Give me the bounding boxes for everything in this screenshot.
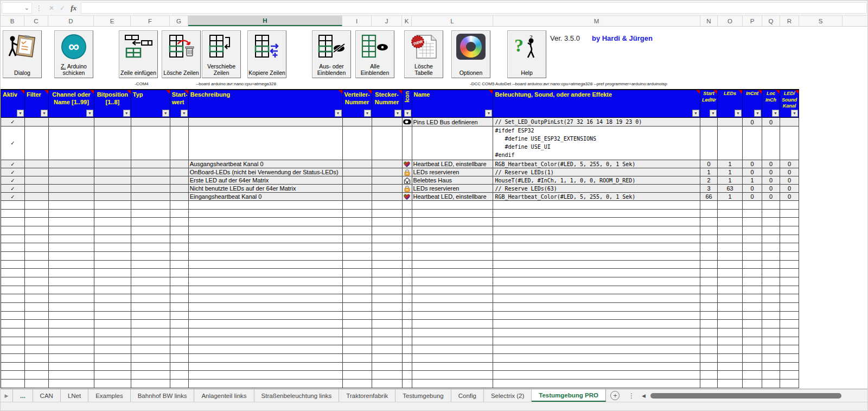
empty-cell-typ[interactable] — [131, 328, 170, 337]
empty-cell-locinch[interactable] — [762, 277, 780, 286]
empty-cell-effekte[interactable] — [493, 371, 700, 380]
sheet-tab-anlagenteil-links[interactable]: Anlagenteil links — [194, 389, 254, 402]
cell-aktiv[interactable]: ✓ — [1, 193, 25, 201]
empty-cell-leds[interactable] — [718, 218, 743, 226]
empty-cell-filter[interactable] — [25, 226, 49, 235]
filter-button[interactable]: ▼ — [791, 110, 798, 117]
filter-button[interactable]: ▼ — [364, 110, 371, 117]
empty-cell-incnt[interactable] — [743, 210, 762, 218]
cell-leds[interactable]: 1 — [718, 193, 743, 201]
empty-cell-filter[interactable] — [25, 320, 49, 328]
empty-cell-beschreibung[interactable] — [189, 380, 343, 388]
cell-startwert[interactable] — [170, 193, 189, 201]
column-header-I[interactable]: I — [342, 16, 372, 26]
horizontal-scrollbar[interactable]: ◀ — [642, 389, 864, 402]
empty-cell-incnt[interactable] — [743, 261, 762, 269]
empty-cell-leds[interactable] — [718, 243, 743, 252]
cell-kanal[interactable]: 0 — [780, 176, 799, 185]
cell-startwert[interactable] — [170, 185, 189, 193]
empty-cell-startled[interactable] — [700, 320, 718, 328]
empty-cell-name[interactable] — [412, 354, 494, 363]
empty-cell-incnt[interactable] — [743, 235, 762, 244]
empty-cell-filter[interactable] — [25, 294, 49, 303]
empty-cell-icon[interactable] — [403, 371, 412, 380]
empty-cell-channel[interactable] — [49, 261, 94, 269]
cell-filter[interactable] — [25, 185, 49, 193]
insert-row-button[interactable]: Zeile einfügen — [119, 30, 158, 78]
empty-cell-name[interactable] — [412, 337, 494, 346]
empty-cell-bitposition[interactable] — [94, 243, 131, 252]
empty-cell-bitposition[interactable] — [94, 235, 131, 244]
empty-cell-channel[interactable] — [49, 218, 94, 226]
empty-cell-beschreibung[interactable] — [189, 328, 343, 337]
empty-cell-incnt[interactable] — [743, 226, 762, 235]
empty-cell-incnt[interactable] — [743, 380, 762, 388]
empty-cell-effekte[interactable] — [493, 380, 700, 388]
column-header-stecker[interactable]: Stecker- Nummer▼ — [372, 90, 403, 117]
empty-cell-startled[interactable] — [700, 337, 718, 346]
empty-cell-kanal[interactable] — [780, 337, 799, 346]
empty-cell-locinch[interactable] — [762, 337, 780, 346]
empty-cell-stecker[interactable] — [372, 218, 403, 226]
cell-startled[interactable]: 66 — [700, 193, 718, 201]
empty-cell-icon[interactable] — [403, 345, 412, 354]
empty-cell-kanal[interactable] — [780, 328, 799, 337]
cell-filter[interactable] — [25, 168, 49, 176]
empty-cell-bitposition[interactable] — [94, 345, 131, 354]
empty-cell-aktiv[interactable] — [1, 243, 25, 252]
empty-cell-kanal[interactable] — [780, 235, 799, 244]
empty-cell-aktiv[interactable] — [1, 320, 25, 328]
empty-cell-filter[interactable] — [25, 261, 49, 269]
empty-cell-incnt[interactable] — [743, 363, 762, 371]
empty-cell-stecker[interactable] — [372, 320, 403, 328]
empty-cell-aktiv[interactable] — [1, 354, 25, 363]
cell-beschreibung[interactable]: OnBoard-LEDs (nicht bei Verwendung der S… — [189, 168, 343, 176]
cell-channel[interactable] — [49, 193, 94, 201]
column-header-startled[interactable]: Start LedNr▼ — [700, 90, 718, 117]
empty-cell-aktiv[interactable] — [1, 235, 25, 244]
cell-incnt[interactable]: 0 — [743, 193, 762, 201]
empty-cell-aktiv[interactable] — [1, 269, 25, 277]
empty-cell-aktiv[interactable] — [1, 218, 25, 226]
empty-cell-aktiv[interactable] — [1, 201, 25, 210]
empty-cell-filter[interactable] — [25, 277, 49, 286]
empty-cell-startwert[interactable] — [170, 294, 189, 303]
name-box[interactable]: ⌄ — [2, 2, 32, 14]
empty-cell-beschreibung[interactable] — [189, 303, 343, 312]
empty-cell-effekte[interactable] — [493, 303, 700, 312]
cell-channel[interactable] — [49, 168, 94, 176]
empty-cell-icon[interactable] — [403, 252, 412, 261]
empty-cell-startled[interactable] — [700, 261, 718, 269]
empty-cell-bitposition[interactable] — [94, 328, 131, 337]
empty-cell-leds[interactable] — [718, 286, 743, 295]
empty-cell-startwert[interactable] — [170, 354, 189, 363]
empty-cell-beschreibung[interactable] — [189, 286, 343, 295]
cell-bitposition[interactable] — [94, 185, 131, 193]
cell-aktiv[interactable]: ✓ — [1, 127, 25, 160]
empty-cell-beschreibung[interactable] — [189, 354, 343, 363]
empty-cell-channel[interactable] — [49, 235, 94, 244]
empty-cell-leds[interactable] — [718, 261, 743, 269]
empty-cell-aktiv[interactable] — [1, 294, 25, 303]
empty-cell-leds[interactable] — [718, 371, 743, 380]
empty-cell-verteiler[interactable] — [343, 261, 372, 269]
empty-cell-startwert[interactable] — [170, 269, 189, 277]
cell-icon[interactable] — [403, 127, 412, 160]
column-header-verteiler[interactable]: Verteiler- Nummer▼ — [343, 90, 372, 117]
sheet-tab-traktorenfabrik[interactable]: Traktorenfabrik — [339, 389, 395, 402]
empty-cell-startled[interactable] — [700, 312, 718, 320]
empty-cell-typ[interactable] — [131, 252, 170, 261]
empty-cell-startled[interactable] — [700, 354, 718, 363]
empty-cell-startled[interactable] — [700, 226, 718, 235]
sheet-tab-testumgebung-pro[interactable]: Testumgebung PRO — [532, 389, 606, 402]
cell-typ[interactable] — [131, 168, 170, 176]
cell-filter[interactable] — [25, 127, 49, 160]
empty-cell-bitposition[interactable] — [94, 286, 131, 295]
help-button[interactable]: ??Help — [507, 30, 546, 78]
cell-aktiv[interactable]: ✓ — [1, 160, 25, 168]
column-header-startwert[interactable]: Start- wert▼ — [170, 90, 189, 117]
delete-rows-button[interactable]: Lösche Zeilen — [162, 30, 201, 78]
empty-cell-name[interactable] — [412, 277, 494, 286]
empty-cell-stecker[interactable] — [372, 328, 403, 337]
empty-cell-startwert[interactable] — [170, 371, 189, 380]
